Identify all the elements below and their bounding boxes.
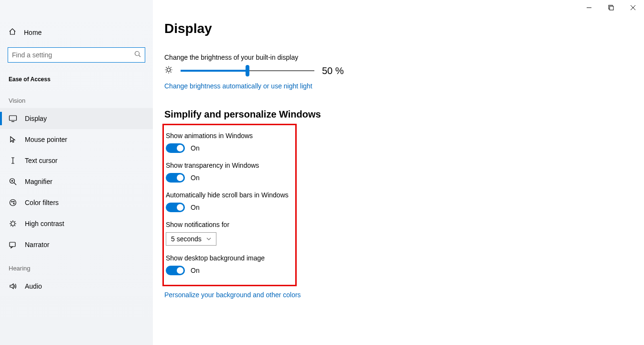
sidebar-item-label: Audio [25,282,42,290]
personalize-link[interactable]: Personalize your background and other co… [164,291,633,299]
setting-transparency: Show transparency in Windows On [164,162,289,183]
highlight-box: Show animations in Windows On Show trans… [162,124,297,286]
svg-point-11 [167,68,171,72]
toggle-state: On [191,144,200,152]
text-cursor-icon [9,156,17,165]
setting-desktop-bg: Show desktop background image On [164,254,289,275]
pointer-icon [9,135,17,144]
sidebar-item-label: High contrast [25,220,64,227]
high-contrast-icon [9,219,17,228]
svg-point-9 [11,222,15,226]
sidebar-item-label: Mouse pointer [25,136,67,143]
sidebar-item-mouse-pointer[interactable]: Mouse pointer [0,129,153,150]
svg-point-6 [11,201,12,202]
dropdown-value: 5 seconds [171,235,202,243]
setting-label: Automatically hide scroll bars in Window… [166,191,289,199]
svg-point-8 [13,203,14,204]
setting-label: Show notifications for [166,221,289,228]
slider-thumb[interactable] [246,65,249,76]
main-content: Display Change the brightness of your bu… [164,21,633,345]
category-hearing: Hearing [0,255,153,276]
svg-rect-3 [10,116,17,120]
category-vision: Vision [0,87,153,108]
color-filters-icon [9,198,17,207]
sidebar-item-label: Display [25,115,47,122]
svg-rect-10 [10,242,15,247]
animations-toggle[interactable] [166,143,185,153]
notifications-dropdown[interactable]: 5 seconds [166,232,216,246]
sidebar-item-label: Narrator [25,241,49,248]
setting-notifications: Show notifications for 5 seconds [164,221,289,246]
page-title: Display [164,21,633,36]
night-light-link[interactable]: Change brightness automatically or use n… [164,82,633,90]
setting-label: Show desktop background image [166,254,289,262]
toggle-state: On [191,267,200,274]
sidebar-item-label: Text cursor [25,157,57,164]
desktop-bg-toggle[interactable] [166,266,185,275]
home-icon [9,28,16,37]
sidebar: Home Ease of Access Vision Display Mouse… [0,0,153,345]
sidebar-item-high-contrast[interactable]: High contrast [0,213,153,234]
audio-icon [9,282,17,291]
svg-point-2 [135,52,140,56]
magnifier-icon [9,177,17,186]
search-input[interactable] [12,48,134,62]
brightness-slider[interactable] [181,65,314,76]
group-label: Ease of Access [0,71,153,87]
search-icon [134,51,141,59]
setting-label: Show animations in Windows [166,132,289,140]
chevron-down-icon [206,237,211,241]
sun-icon [164,65,173,76]
transparency-toggle[interactable] [166,173,185,183]
sidebar-item-narrator[interactable]: Narrator [0,234,153,255]
scrollbars-toggle[interactable] [166,203,185,212]
svg-point-5 [10,200,16,206]
simplify-heading: Simplify and personalize Windows [164,109,633,120]
setting-label: Show transparency in Windows [166,162,289,169]
brightness-description: Change the brightness of your built-in d… [164,54,633,61]
window-controls [578,0,644,15]
minimize-button[interactable] [578,0,600,15]
sidebar-item-color-filters[interactable]: Color filters [0,192,153,213]
brightness-row: 50 % [164,65,633,76]
sidebar-item-text-cursor[interactable]: Text cursor [0,150,153,171]
toggle-state: On [191,174,200,182]
sidebar-item-label: Magnifier [25,178,53,185]
sidebar-item-magnifier[interactable]: Magnifier [0,171,153,192]
brightness-value: 50 % [322,65,344,76]
svg-point-7 [13,201,14,202]
display-icon [9,114,17,123]
close-button[interactable] [622,0,644,15]
sidebar-item-audio[interactable]: Audio [0,276,153,297]
sidebar-item-label: Color filters [25,199,59,206]
search-box[interactable] [8,47,145,63]
home-label: Home [24,29,42,36]
maximize-button[interactable] [600,0,622,15]
narrator-icon [9,240,17,249]
setting-animations: Show animations in Windows On [164,132,289,153]
toggle-state: On [191,204,200,211]
setting-scrollbars: Automatically hide scroll bars in Window… [164,191,289,212]
home-button[interactable]: Home [0,23,153,42]
sidebar-item-display[interactable]: Display [0,108,153,129]
svg-rect-1 [610,6,613,10]
